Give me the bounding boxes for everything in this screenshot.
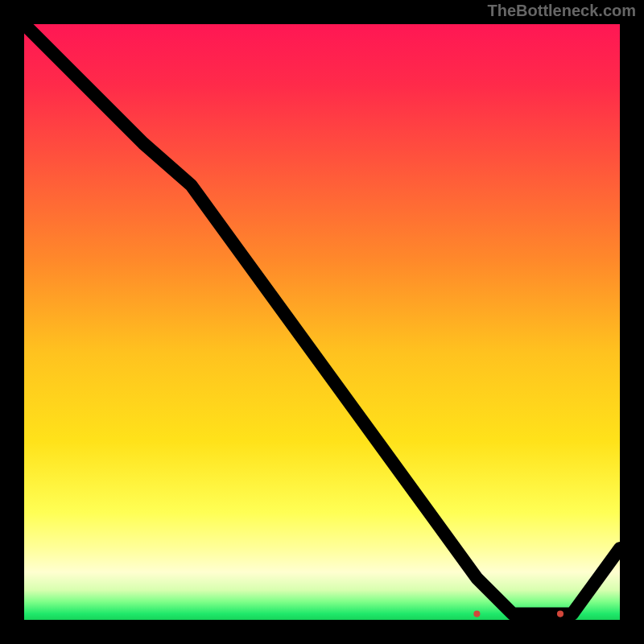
watermark-label: TheBottleneck.com [488, 2, 636, 20]
marker-dot [473, 611, 480, 617]
main-curve [24, 24, 620, 614]
marker-dot [557, 611, 564, 617]
bottom-marker-cluster [473, 611, 564, 617]
curve-layer [24, 24, 620, 620]
plot-area [24, 24, 620, 620]
chart-stage: TheBottleneck.com [0, 0, 644, 644]
